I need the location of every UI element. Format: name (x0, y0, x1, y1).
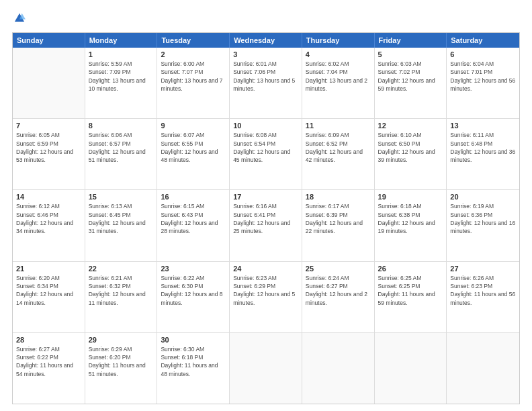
day-number: 10 (233, 122, 298, 130)
day-number: 18 (306, 193, 371, 201)
day-info: Sunrise: 6:07 AMSunset: 6:55 PMDaylight:… (161, 131, 226, 164)
weekday-header-friday: Friday (375, 33, 447, 48)
day-cell-21: 21Sunrise: 6:20 AMSunset: 6:34 PMDayligh… (13, 262, 85, 332)
day-cell-9: 9Sunrise: 6:07 AMSunset: 6:55 PMDaylight… (157, 119, 230, 189)
day-info: Sunrise: 6:23 AMSunset: 6:29 PMDaylight:… (233, 274, 298, 307)
day-cell-17: 17Sunrise: 6:16 AMSunset: 6:41 PMDayligh… (230, 190, 302, 261)
day-info: Sunrise: 5:59 AMSunset: 7:09 PMDaylight:… (89, 60, 154, 93)
day-number: 8 (89, 122, 154, 130)
day-info: Sunrise: 6:25 AMSunset: 6:25 PMDaylight:… (378, 274, 443, 307)
day-number: 5 (378, 50, 443, 58)
day-number: 24 (233, 265, 298, 273)
day-cell-30: 30Sunrise: 6:30 AMSunset: 6:18 PMDayligh… (157, 333, 230, 404)
day-info: Sunrise: 6:00 AMSunset: 7:07 PMDaylight:… (161, 60, 226, 93)
day-info: Sunrise: 6:12 AMSunset: 6:46 PMDaylight:… (16, 202, 81, 235)
day-info: Sunrise: 6:19 AMSunset: 6:36 PMDaylight:… (450, 202, 516, 235)
day-cell-28: 28Sunrise: 6:27 AMSunset: 6:22 PMDayligh… (13, 333, 85, 404)
day-info: Sunrise: 6:27 AMSunset: 6:22 PMDaylight:… (16, 345, 81, 378)
day-number: 19 (378, 193, 443, 201)
day-number: 3 (233, 50, 298, 58)
day-cell-18: 18Sunrise: 6:17 AMSunset: 6:39 PMDayligh… (302, 190, 375, 261)
week-row-1: 7Sunrise: 6:05 AMSunset: 6:59 PMDaylight… (13, 119, 519, 190)
week-row-0: 1Sunrise: 5:59 AMSunset: 7:09 PMDaylight… (13, 48, 519, 119)
day-cell-empty (13, 48, 85, 118)
day-cell-empty (302, 333, 375, 404)
day-number: 15 (89, 193, 154, 201)
day-number: 16 (161, 193, 226, 201)
day-info: Sunrise: 6:21 AMSunset: 6:32 PMDaylight:… (89, 274, 154, 307)
day-cell-26: 26Sunrise: 6:25 AMSunset: 6:25 PMDayligh… (375, 262, 447, 332)
day-info: Sunrise: 6:09 AMSunset: 6:52 PMDaylight:… (306, 131, 371, 164)
day-number: 6 (450, 50, 516, 58)
day-info: Sunrise: 6:15 AMSunset: 6:43 PMDaylight:… (161, 202, 226, 235)
day-cell-29: 29Sunrise: 6:29 AMSunset: 6:20 PMDayligh… (85, 333, 158, 404)
day-info: Sunrise: 6:05 AMSunset: 6:59 PMDaylight:… (16, 131, 81, 164)
day-number: 11 (306, 122, 371, 130)
week-row-3: 21Sunrise: 6:20 AMSunset: 6:34 PMDayligh… (13, 262, 519, 333)
day-info: Sunrise: 6:13 AMSunset: 6:45 PMDaylight:… (89, 202, 154, 235)
day-number: 27 (450, 265, 516, 273)
day-info: Sunrise: 6:30 AMSunset: 6:18 PMDaylight:… (161, 345, 226, 378)
day-number: 23 (161, 265, 226, 273)
day-info: Sunrise: 6:17 AMSunset: 6:39 PMDaylight:… (306, 202, 371, 235)
day-cell-27: 27Sunrise: 6:26 AMSunset: 6:23 PMDayligh… (447, 262, 519, 332)
day-cell-5: 5Sunrise: 6:03 AMSunset: 7:02 PMDaylight… (375, 48, 447, 118)
day-info: Sunrise: 6:20 AMSunset: 6:34 PMDaylight:… (16, 274, 81, 307)
weekday-header-saturday: Saturday (447, 33, 519, 48)
day-info: Sunrise: 6:10 AMSunset: 6:50 PMDaylight:… (378, 131, 443, 164)
weekday-header-tuesday: Tuesday (157, 33, 230, 48)
day-info: Sunrise: 6:03 AMSunset: 7:02 PMDaylight:… (378, 60, 443, 93)
calendar-body: 1Sunrise: 5:59 AMSunset: 7:09 PMDaylight… (13, 48, 519, 404)
day-cell-22: 22Sunrise: 6:21 AMSunset: 6:32 PMDayligh… (85, 262, 158, 332)
day-info: Sunrise: 6:24 AMSunset: 6:27 PMDaylight:… (306, 274, 371, 307)
weekday-header-wednesday: Wednesday (230, 33, 302, 48)
day-number: 7 (16, 122, 81, 130)
day-info: Sunrise: 6:06 AMSunset: 6:57 PMDaylight:… (89, 131, 154, 164)
day-cell-4: 4Sunrise: 6:02 AMSunset: 7:04 PMDaylight… (302, 48, 375, 118)
day-cell-19: 19Sunrise: 6:18 AMSunset: 6:38 PMDayligh… (375, 190, 447, 261)
day-info: Sunrise: 6:11 AMSunset: 6:48 PMDaylight:… (450, 131, 516, 164)
day-info: Sunrise: 6:01 AMSunset: 7:06 PMDaylight:… (233, 60, 298, 93)
day-cell-empty (375, 333, 447, 404)
page: SundayMondayTuesdayWednesdayThursdayFrid… (0, 0, 532, 411)
day-cell-14: 14Sunrise: 6:12 AMSunset: 6:46 PMDayligh… (13, 190, 85, 261)
day-info: Sunrise: 6:29 AMSunset: 6:20 PMDaylight:… (89, 345, 154, 378)
day-cell-20: 20Sunrise: 6:19 AMSunset: 6:36 PMDayligh… (447, 190, 519, 261)
day-number: 20 (450, 193, 516, 201)
weekday-header-monday: Monday (85, 33, 158, 48)
day-cell-2: 2Sunrise: 6:00 AMSunset: 7:07 PMDaylight… (157, 48, 230, 118)
day-info: Sunrise: 6:18 AMSunset: 6:38 PMDaylight:… (378, 202, 443, 235)
day-cell-25: 25Sunrise: 6:24 AMSunset: 6:27 PMDayligh… (302, 262, 375, 332)
day-info: Sunrise: 6:22 AMSunset: 6:30 PMDaylight:… (161, 274, 226, 307)
week-row-2: 14Sunrise: 6:12 AMSunset: 6:46 PMDayligh… (13, 190, 519, 261)
day-info: Sunrise: 6:26 AMSunset: 6:23 PMDaylight:… (450, 274, 516, 307)
logo (12, 12, 26, 26)
day-number: 26 (378, 265, 443, 273)
day-cell-7: 7Sunrise: 6:05 AMSunset: 6:59 PMDaylight… (13, 119, 85, 189)
day-number: 14 (16, 193, 81, 201)
logo-icon (13, 12, 26, 24)
day-number: 21 (16, 265, 81, 273)
day-cell-8: 8Sunrise: 6:06 AMSunset: 6:57 PMDaylight… (85, 119, 158, 189)
calendar: SundayMondayTuesdayWednesdayThursdayFrid… (12, 32, 520, 404)
day-cell-empty (447, 333, 519, 404)
day-number: 13 (450, 122, 516, 130)
weekday-header-thursday: Thursday (302, 33, 375, 48)
day-number: 30 (161, 336, 226, 344)
day-cell-6: 6Sunrise: 6:04 AMSunset: 7:01 PMDaylight… (447, 48, 519, 118)
day-cell-24: 24Sunrise: 6:23 AMSunset: 6:29 PMDayligh… (230, 262, 302, 332)
day-number: 1 (89, 50, 154, 58)
day-cell-10: 10Sunrise: 6:08 AMSunset: 6:54 PMDayligh… (230, 119, 302, 189)
day-cell-empty (230, 333, 302, 404)
day-info: Sunrise: 6:16 AMSunset: 6:41 PMDaylight:… (233, 202, 298, 235)
day-number: 17 (233, 193, 298, 201)
calendar-header: SundayMondayTuesdayWednesdayThursdayFrid… (13, 33, 519, 48)
day-cell-3: 3Sunrise: 6:01 AMSunset: 7:06 PMDaylight… (230, 48, 302, 118)
day-info: Sunrise: 6:02 AMSunset: 7:04 PMDaylight:… (306, 60, 371, 93)
day-cell-16: 16Sunrise: 6:15 AMSunset: 6:43 PMDayligh… (157, 190, 230, 261)
day-number: 4 (306, 50, 371, 58)
day-number: 22 (89, 265, 154, 273)
week-row-4: 28Sunrise: 6:27 AMSunset: 6:22 PMDayligh… (13, 333, 519, 404)
day-cell-23: 23Sunrise: 6:22 AMSunset: 6:30 PMDayligh… (157, 262, 230, 332)
day-number: 12 (378, 122, 443, 130)
